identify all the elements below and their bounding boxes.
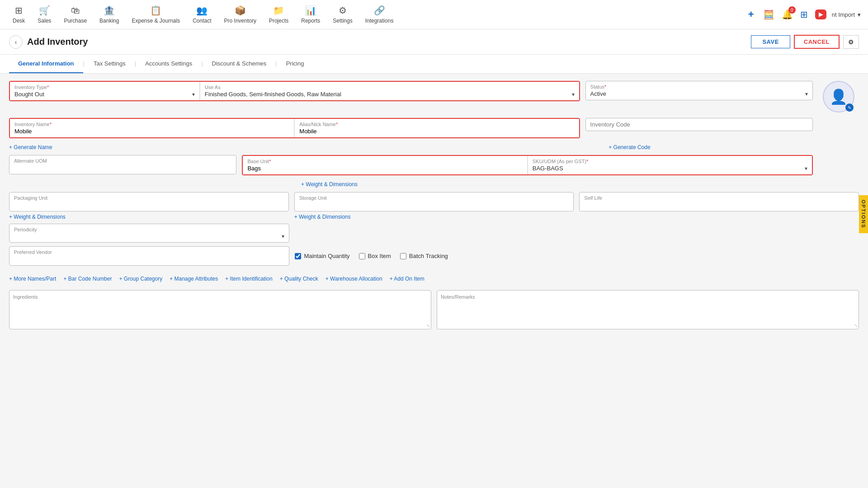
wd-packaging-text[interactable]: + Weight & Dimensions [9,214,66,220]
periodicity-field[interactable]: Periodicity ▾ [9,224,289,243]
inventory-name-field[interactable]: Inventory Name* [10,119,294,137]
preferred-vendor-label: Preferred Vendor [14,249,284,255]
wd-storage-text[interactable]: + Weight & Dimensions [294,214,351,220]
preferred-vendor-field[interactable]: Preferred Vendor [9,246,289,266]
alternate-uom-label: Alternate UOM [14,158,231,164]
youtube-icon[interactable]: ▶ [815,9,826,19]
generate-name-link[interactable]: + Generate Name [9,144,603,150]
desk-icon: ⊞ [15,5,23,16]
box-item-checkbox[interactable] [359,253,365,259]
add-button[interactable]: + [746,7,756,22]
nav-projects[interactable]: 📁 Projects [264,1,294,28]
inventory-name-input[interactable] [14,128,289,135]
box-item-label: Box Item [368,253,391,259]
nav-sales[interactable]: 🛒 Sales [32,1,57,28]
periodicity-select[interactable]: ▾ [14,233,284,239]
bottom-links-row: + More Names/Part + Bar Code Number + Gr… [9,271,859,286]
page-header: ‹ Add Inventory SAVE CANCEL ⚙ [0,29,868,55]
storage-unit-label: Storage Unit [299,195,569,201]
user-name: nt Import [832,11,855,18]
nav-settings[interactable]: ⚙ Settings [327,1,358,28]
row-uom: Alternate UOM Base Unit* SKU/UOM (As per… [9,155,859,175]
nav-contact[interactable]: 👥 Contact [187,1,217,28]
batch-tracking-checkbox[interactable] [400,253,406,259]
packaging-unit-field[interactable]: Packaging Unit [9,192,289,211]
inventory-type-chevron: ▾ [192,91,195,98]
tab-discount-schemes[interactable]: Discount & Schemes [203,55,276,73]
alternate-uom-input[interactable] [14,164,231,171]
generate-code-link[interactable]: + Generate Code [609,144,650,150]
nav-integrations[interactable]: 🔗 Integrations [360,1,399,28]
self-life-field[interactable]: Self Life [579,192,859,211]
nav-purchase[interactable]: 🛍 Purchase [58,2,92,28]
quality-check-link[interactable]: + Quality Check [280,276,318,282]
wd-packaging[interactable]: + Weight & Dimensions [9,213,289,220]
grid-button[interactable]: ⊞ [798,7,810,22]
use-as-chevron: ▾ [572,91,575,98]
use-as-field[interactable]: Use As Finished Goods, Semi-finished Goo… [200,82,579,100]
alias-name-field[interactable]: Alias/Nick Name* [295,119,579,137]
item-identification-link[interactable]: + Item Identification [225,276,272,282]
notes-remarks-box: Notes/Remarks ⤡ [437,290,859,329]
more-names-link[interactable]: + More Names/Part [9,276,56,282]
packaging-unit-input[interactable] [14,202,284,208]
user-menu[interactable]: nt Import ▾ [832,11,861,18]
avatar-person-icon: 👤 [830,88,848,105]
status-field[interactable]: Status* Active ▾ [585,81,813,100]
nav-reports[interactable]: 📊 Reports [296,1,326,28]
sales-icon: 🛒 [39,5,50,16]
generate-name-text[interactable]: + Generate Name [9,144,52,150]
user-dropdown-chevron: ▾ [858,11,861,18]
nav-purchase-label: Purchase [64,18,87,24]
preferred-vendor-input[interactable] [14,256,284,263]
group-category-link[interactable]: + Group Category [119,276,162,282]
self-life-input[interactable] [584,202,854,208]
nav-banking[interactable]: 🏦 Banking [94,1,124,28]
nav-projects-label: Projects [269,18,288,24]
nav-pro-inventory[interactable]: 📦 Pro Inventory [219,1,262,28]
maintain-qty-checkbox[interactable] [295,253,301,259]
options-tab[interactable]: OPTIONS [859,195,868,233]
form-content: Inventory Type* Bought Out ▾ Use As Fini… [0,74,868,337]
weight-dims-text[interactable]: + Weight & Dimensions [301,181,358,188]
cancel-button[interactable]: CANCEL [794,35,840,49]
add-on-item-link[interactable]: + Add On Item [390,276,425,282]
storage-unit-input[interactable] [299,202,569,208]
storage-unit-field[interactable]: Storage Unit [294,192,574,211]
alias-name-input[interactable] [299,128,574,135]
weight-dims-link[interactable]: + Weight & Dimensions [301,181,813,188]
base-unit-input[interactable] [247,165,522,172]
inventory-code-field[interactable] [585,118,813,131]
row-generate: + Generate Name + Generate Code [9,144,859,150]
wd-storage[interactable]: + Weight & Dimensions [294,213,574,220]
alternate-uom-field[interactable]: Alternate UOM [9,155,236,174]
avatar-edit-icon[interactable]: ✎ [845,103,854,112]
save-button[interactable]: SAVE [751,35,790,48]
inventory-code-input[interactable] [590,121,808,128]
notification-badge[interactable]: 🔔 0 [782,9,793,20]
calculator-button[interactable]: 🧮 [761,7,776,22]
tab-accounts-settings[interactable]: Accounts Settings [136,55,201,73]
back-button[interactable]: ‹ [9,35,23,49]
sku-uom-select[interactable]: BAG-BAGS ▾ [533,165,807,172]
tab-general-information[interactable]: General Information [9,55,83,73]
ingredients-textarea[interactable] [13,301,427,324]
row-vendor-checkboxes: Preferred Vendor Maintain Quantity Box I… [9,246,859,266]
warehouse-allocation-link[interactable]: + Warehouse Allocation [326,276,382,282]
notes-remarks-textarea[interactable] [441,301,855,324]
top-navigation: ⊞ Desk 🛒 Sales 🛍 Purchase 🏦 Banking 📋 Ex… [0,0,868,29]
nav-desk[interactable]: ⊞ Desk [7,1,30,28]
barcode-link[interactable]: + Bar Code Number [63,276,112,282]
avatar[interactable]: 👤 ✎ [823,81,854,113]
inventory-type-field[interactable]: Inventory Type* Bought Out ▾ [10,82,199,100]
status-select[interactable]: Active ▾ [590,90,808,97]
nav-expense[interactable]: 📋 Expense & Journals [126,1,185,28]
use-as-select[interactable]: Finished Goods, Semi-finished Goods, Raw… [205,91,575,98]
inventory-type-select[interactable]: Bought Out ▾ [14,91,195,98]
base-unit-field[interactable]: Base Unit* [243,156,527,174]
header-settings-button[interactable]: ⚙ [843,35,859,49]
manage-attributes-link[interactable]: + Manage Attributes [170,276,218,282]
tab-tax-settings[interactable]: Tax Settings [85,55,135,73]
sku-uom-field[interactable]: SKU/UOM (As per GST)* BAG-BAGS ▾ [528,156,812,174]
tab-pricing[interactable]: Pricing [277,55,313,73]
